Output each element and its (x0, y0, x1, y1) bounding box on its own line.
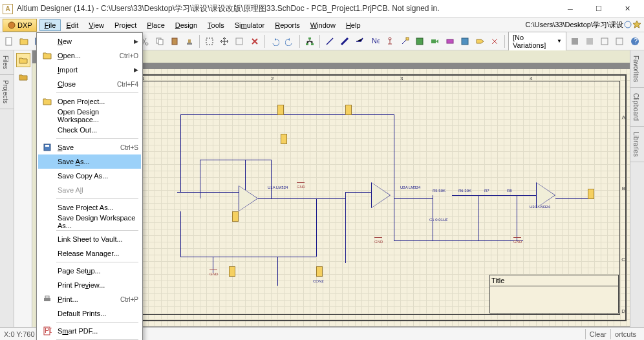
nav-folder[interactable] (16, 70, 30, 84)
menu-save[interactable]: SaveCtrl+S (38, 140, 141, 154)
tool-undo[interactable] (268, 34, 281, 48)
panel-tab-files[interactable]: Files (0, 50, 14, 75)
path-fav-button[interactable] (632, 20, 641, 30)
tool-paste[interactable] (168, 34, 181, 48)
menu-close[interactable]: CloseCtrl+F4 (38, 77, 141, 91)
opamp-u3c[interactable] (536, 182, 555, 208)
tool-power[interactable] (383, 34, 396, 48)
menu-print-preview[interactable]: Print Preview... (38, 278, 141, 292)
tool-redo[interactable] (283, 34, 296, 48)
menu-simulator[interactable]: Simulator (230, 19, 270, 31)
panel-tab-projects[interactable]: Projects (0, 75, 14, 109)
chevron-down-icon: ▼ (557, 38, 562, 44)
menu-link-vault[interactable]: Link Sheet to Vault... (38, 232, 141, 246)
menu-open[interactable]: Open...Ctrl+O (38, 48, 141, 63)
menu-window[interactable]: Window (305, 19, 341, 31)
conn-j5[interactable] (229, 266, 235, 277)
conn-j7[interactable] (588, 189, 594, 199)
tool-move[interactable] (218, 34, 231, 48)
nav-home[interactable] (16, 53, 30, 67)
tool-open[interactable] (17, 34, 30, 48)
gnd[interactable]: GND (513, 237, 521, 242)
conn-j6[interactable] (316, 266, 323, 277)
menu-help[interactable]: Help (341, 19, 366, 31)
tool-ext2[interactable] (583, 34, 596, 48)
opamp-u1a[interactable] (239, 186, 258, 211)
harness-icon (460, 37, 469, 46)
conn-j4[interactable] (232, 211, 239, 222)
menu-project[interactable]: Project (109, 19, 142, 31)
status-shortcuts[interactable]: ortcuts (610, 329, 640, 339)
port-icon (475, 37, 484, 46)
path-combo[interactable]: C:\Users\33\Desktop\学习\课设 (525, 20, 623, 30)
tool-device[interactable] (443, 34, 456, 48)
close-button[interactable]: ✕ (613, 0, 641, 18)
tool-copy[interactable] (153, 34, 166, 48)
tool-port[interactable] (473, 34, 486, 48)
tool-part[interactable] (398, 34, 411, 48)
svg-text:?: ? (634, 37, 638, 45)
tool-ext4[interactable] (613, 34, 626, 48)
menu-print[interactable]: Print...Ctrl+P (38, 292, 141, 306)
tool-hierarchy[interactable] (303, 34, 316, 48)
gnd[interactable]: GND (297, 182, 305, 187)
menu-save-project-as[interactable]: Save Project As... (38, 200, 141, 215)
save-icon (43, 143, 52, 152)
menu-page-setup[interactable]: Page Setup... (38, 264, 141, 278)
menu-save-copy-as[interactable]: Save Copy As... (38, 169, 141, 183)
menu-checkout[interactable]: Check Out... (38, 123, 141, 137)
tool-tap[interactable] (353, 34, 366, 48)
conn-j1[interactable] (277, 105, 284, 115)
menu-new[interactable]: New▶ (38, 34, 141, 48)
tool-netlabel[interactable]: Net (368, 34, 381, 48)
menu-smart-pdf[interactable]: PDFSmart PDF... (38, 324, 141, 338)
tool-clear[interactable] (248, 34, 261, 48)
tool-bus[interactable] (338, 34, 351, 48)
menu-file[interactable]: File (39, 19, 61, 31)
menu-tools[interactable]: Tools (202, 19, 230, 31)
tool-rubber[interactable] (183, 34, 196, 48)
menu-design[interactable]: Design (170, 19, 202, 31)
menu-save-as[interactable]: Save As... (38, 154, 141, 169)
folder-open-icon (19, 37, 28, 46)
tool-ext3[interactable] (598, 34, 611, 48)
panel-tab-libraries[interactable]: Libraries (630, 127, 644, 162)
svg-rect-16 (172, 38, 177, 45)
tool-harness[interactable] (458, 34, 471, 48)
maximize-button[interactable]: ☐ (585, 0, 613, 18)
gnd[interactable]: GND (209, 270, 217, 275)
status-clear[interactable]: Clear (585, 329, 610, 339)
menu-release-manager[interactable]: Release Manager... (38, 246, 141, 260)
tool-new[interactable] (3, 34, 16, 48)
menu-reports[interactable]: Reports (270, 19, 305, 31)
menu-open-workspace[interactable]: Open Design Workspace... (38, 109, 141, 123)
minimize-button[interactable]: ─ (556, 0, 585, 18)
gnd[interactable]: GND (374, 237, 382, 242)
tool-sheetentry[interactable] (428, 34, 441, 48)
opamp-u2a[interactable] (371, 182, 391, 208)
menu-view[interactable]: View (83, 19, 109, 31)
variations-combo[interactable]: [No Variations] ▼ (508, 32, 566, 51)
menu-import[interactable]: Import▶ (38, 63, 141, 77)
tool-wire[interactable] (323, 34, 336, 48)
menu-save-workspace-as[interactable]: Save Design Workspace As... (38, 215, 141, 229)
tool-help[interactable]: ? (628, 34, 641, 48)
tool-sheet[interactable] (413, 34, 426, 48)
tool-ext1[interactable] (568, 34, 581, 48)
menu-open-project[interactable]: Open Project... (38, 94, 141, 109)
tool-deselect[interactable] (233, 34, 246, 48)
menu-edit[interactable]: Edit (61, 19, 83, 31)
tool-noerc[interactable] (488, 34, 501, 48)
svg-rect-28 (431, 39, 436, 43)
tool-select[interactable] (203, 34, 216, 48)
title-block[interactable]: Title (489, 275, 619, 313)
conn-j2[interactable] (281, 134, 287, 144)
menu-place[interactable]: Place (142, 19, 170, 31)
panel-tab-favorites[interactable]: Favorites (630, 50, 644, 88)
menu-default-prints[interactable]: Default Prints... (38, 306, 141, 321)
path-go-button[interactable] (623, 20, 632, 30)
folder-icon (43, 97, 52, 106)
dxp-button[interactable]: DXP (3, 19, 37, 32)
panel-tab-clipboard[interactable]: Clipboard (630, 88, 644, 127)
conn-j3[interactable] (345, 105, 352, 115)
